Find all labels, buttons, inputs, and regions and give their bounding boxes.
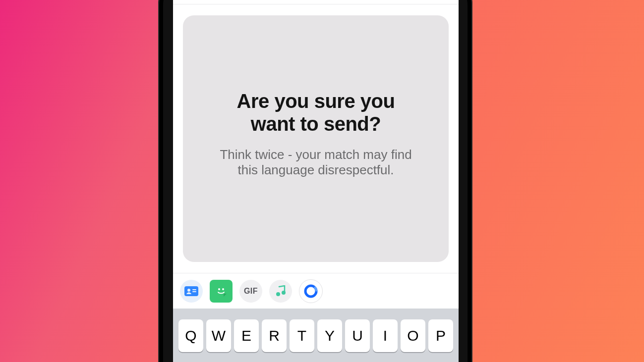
dialog-body-line2: this language disrespectful. <box>237 162 394 177</box>
svg-point-1 <box>187 289 190 292</box>
key-p[interactable]: P <box>428 319 453 352</box>
svg-rect-3 <box>192 291 196 292</box>
sticker-smiley-icon <box>214 284 229 299</box>
key-t[interactable]: T <box>290 319 314 352</box>
key-w[interactable]: W <box>206 319 231 352</box>
svg-point-4 <box>218 288 220 290</box>
input-toolbar: GIF <box>173 273 459 309</box>
contact-card-icon <box>184 286 198 296</box>
dialog-title-line2: want to send? <box>251 113 381 135</box>
gif-button[interactable]: GIF <box>239 280 262 303</box>
music-button[interactable] <box>269 280 292 303</box>
sticker-button[interactable] <box>210 280 233 303</box>
music-note-icon <box>275 285 286 297</box>
svg-point-5 <box>222 288 224 290</box>
key-r[interactable]: R <box>262 319 287 352</box>
key-i[interactable]: I <box>373 319 398 352</box>
gif-icon: GIF <box>244 287 258 296</box>
key-q[interactable]: Q <box>178 319 203 352</box>
svg-rect-0 <box>184 286 198 296</box>
key-y[interactable]: Y <box>317 319 342 352</box>
system-keyboard: Q W E R T Y U I O P <box>173 309 459 362</box>
key-u[interactable]: U <box>345 319 370 352</box>
keyboard-row-1: Q W E R T Y U I O P <box>173 319 459 352</box>
noom-button[interactable] <box>299 279 323 303</box>
dialog-title: Are you sure you want to send? <box>198 90 434 135</box>
svg-point-7 <box>282 291 286 295</box>
nav-bar-stub <box>173 0 459 4</box>
svg-rect-2 <box>192 289 196 290</box>
confirmation-dialog: Are you sure you want to send? Think twi… <box>183 15 449 262</box>
phone-screen: Are you sure you want to send? Think twi… <box>173 0 459 362</box>
key-e[interactable]: E <box>234 319 259 352</box>
noom-circle-icon <box>304 284 318 298</box>
dialog-title-line1: Are you sure you <box>237 90 395 112</box>
dialog-body: Think twice - your match may find this l… <box>198 147 434 178</box>
svg-point-6 <box>276 292 280 296</box>
key-o[interactable]: O <box>401 319 425 352</box>
contact-card-button[interactable] <box>180 280 203 303</box>
dialog-body-line1: Think twice - your match may find <box>220 147 411 162</box>
